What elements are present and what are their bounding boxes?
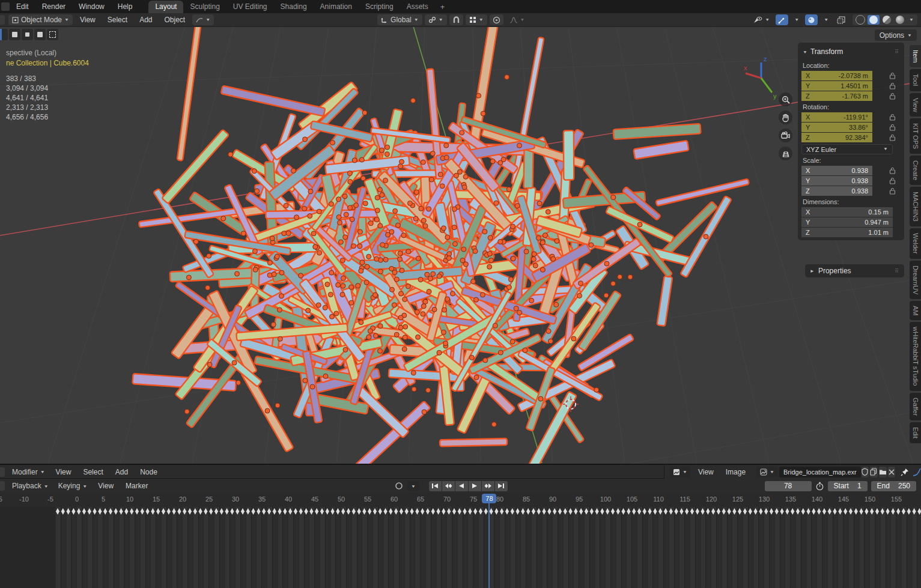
keyframe-diamond[interactable] xyxy=(214,508,218,515)
keyframe-diamond[interactable] xyxy=(293,508,297,515)
menubar-menu-edit[interactable]: Edit xyxy=(10,0,35,13)
keyframe-diamond[interactable] xyxy=(404,508,409,515)
keyframe-diamond[interactable] xyxy=(531,508,535,515)
keyframe-diamond[interactable] xyxy=(795,508,800,515)
open-image-button[interactable] xyxy=(879,467,887,477)
zoom-button[interactable] xyxy=(779,92,792,106)
keyframe-diamond[interactable] xyxy=(389,508,393,515)
unlock-icon[interactable] xyxy=(889,134,896,141)
keyframe-diamond[interactable] xyxy=(77,508,81,515)
keyframe-diamond[interactable] xyxy=(764,508,768,515)
keyframe-diamond[interactable] xyxy=(236,508,240,515)
keyframe-diamond[interactable] xyxy=(743,508,747,515)
timeline-menu-view[interactable]: View xyxy=(92,482,120,490)
keyframe-diamond[interactable] xyxy=(257,508,261,515)
menubar-menu-render[interactable]: Render xyxy=(35,0,72,13)
keyframe-diamond[interactable] xyxy=(785,508,789,515)
visibility-dropdown[interactable]: ▼ xyxy=(750,14,773,25)
keyframe-diamond[interactable] xyxy=(679,508,684,515)
value-field-scale-z[interactable]: Z0.938 xyxy=(801,186,872,196)
keyframe-diamond[interactable] xyxy=(494,508,499,515)
sidebar-tab-kit-ops[interactable]: KIT OPS xyxy=(910,118,921,154)
keyframe-diamond[interactable] xyxy=(610,508,615,515)
keyframe-diamond[interactable] xyxy=(901,508,905,515)
falloff-dropdown[interactable]: ▼ xyxy=(506,14,529,25)
keyframe-diamond[interactable] xyxy=(320,508,324,515)
ortho-toggle-button[interactable] xyxy=(779,147,792,160)
keyframe-diamond[interactable] xyxy=(907,508,911,515)
keyframe-diamond[interactable] xyxy=(135,508,139,515)
keyframe-diamond[interactable] xyxy=(690,508,694,515)
plank-object[interactable] xyxy=(440,438,507,446)
keyframe-diamond[interactable] xyxy=(722,508,726,515)
unlock-icon[interactable] xyxy=(889,124,896,131)
image-browse-dropdown[interactable]: ▼ xyxy=(756,467,778,477)
sidebar-tab-whiterabbit-studio[interactable]: wHiteRabbiT sTudio xyxy=(910,322,921,390)
viewport-3d[interactable]: spective (Local) ne Collection | Cube.60… xyxy=(0,26,921,463)
keyframe-diamond[interactable] xyxy=(315,508,319,515)
keyframe-diamond[interactable] xyxy=(536,508,541,515)
workspace-tab-sculpting[interactable]: Sculpting xyxy=(183,1,226,13)
keyframe-diamond[interactable] xyxy=(357,508,361,515)
sidebar-tab-tool[interactable]: Tool xyxy=(910,69,921,91)
keyframe-diamond[interactable] xyxy=(748,508,752,515)
keyframe-diamond[interactable] xyxy=(600,508,604,515)
keyframe-diamond[interactable] xyxy=(695,508,699,515)
node-menu-view[interactable]: View xyxy=(50,468,78,476)
keying-dropdown[interactable]: Keying ▼ xyxy=(55,480,91,491)
keyframe-diamond[interactable] xyxy=(669,508,673,515)
keyframe-diamond[interactable] xyxy=(616,508,620,515)
stopwatch-icon[interactable] xyxy=(815,482,824,491)
keyframe-diamond[interactable] xyxy=(198,508,202,515)
keyframe-diamond[interactable] xyxy=(204,508,208,515)
keyframe-diamond[interactable] xyxy=(648,508,652,515)
keyframe-diamond[interactable] xyxy=(547,508,552,515)
blender-logo-icon[interactable] xyxy=(1,2,10,11)
keyframe-diamond[interactable] xyxy=(478,508,482,515)
keyframe-diamond[interactable] xyxy=(368,508,372,515)
keyframe-diamond[interactable] xyxy=(663,508,667,515)
keyframe-diamond[interactable] xyxy=(865,508,869,515)
keyframe-diamond[interactable] xyxy=(442,508,446,515)
autokey-toggle[interactable] xyxy=(393,480,405,491)
workspace-tab-layout[interactable]: Layout xyxy=(148,1,183,13)
navigation-gizmo[interactable]: z x y xyxy=(738,50,782,101)
node-menu-node[interactable]: Node xyxy=(134,468,163,476)
pin-icon[interactable] xyxy=(901,468,909,476)
keyframe-diamond[interactable] xyxy=(161,508,165,515)
editor-type-icon[interactable] xyxy=(0,481,5,491)
keyframe-diamond[interactable] xyxy=(727,508,731,515)
keyframe-diamond[interactable] xyxy=(621,508,625,515)
gizmo-toggle[interactable] xyxy=(776,14,788,25)
keyframe-diamond[interactable] xyxy=(87,508,91,515)
mode-dropdown[interactable]: Object Mode ▼ xyxy=(8,14,73,25)
keyframe-diamond[interactable] xyxy=(177,508,181,515)
keyframe-diamond[interactable] xyxy=(706,508,710,515)
shading-wireframe-button[interactable] xyxy=(854,15,866,25)
pan-button[interactable] xyxy=(779,111,792,124)
keyframe-diamond[interactable] xyxy=(304,508,308,515)
workspace-tab-assets[interactable]: Assets xyxy=(400,1,435,13)
keyframe-diamond[interactable] xyxy=(209,508,213,515)
select-mode-extend-button[interactable] xyxy=(9,29,20,40)
shading-material-button[interactable] xyxy=(881,15,893,25)
curves-icon[interactable] xyxy=(913,468,921,476)
value-field-rotation-z[interactable]: Z92.384° xyxy=(801,133,872,142)
keyframe-diamond[interactable] xyxy=(341,508,345,515)
keyframe-diamond[interactable] xyxy=(330,508,335,515)
keyframe-diamond[interactable] xyxy=(457,508,461,515)
keyframe-diamond[interactable] xyxy=(351,508,356,515)
workspace-tab-animation[interactable]: Animation xyxy=(314,1,359,13)
autokey-dropdown[interactable]: ▼ xyxy=(407,481,419,491)
sidebar-tab-am[interactable]: AM xyxy=(910,301,921,321)
keyframe-diamond[interactable] xyxy=(108,508,112,515)
frame-end-field[interactable]: End 250 xyxy=(871,481,916,491)
keyframe-diamond[interactable] xyxy=(833,508,837,515)
workspace-tab-shading[interactable]: Shading xyxy=(274,1,314,13)
keyframe-diamond[interactable] xyxy=(288,508,293,515)
options-dropdown[interactable]: Options ▼ xyxy=(875,29,917,41)
keyframe-diamond[interactable] xyxy=(780,508,784,515)
sidebar-tab-welder[interactable]: Welder xyxy=(910,228,921,259)
keyframe-diamond[interactable] xyxy=(93,508,97,515)
viewport-menu-object[interactable]: Object xyxy=(158,16,191,24)
